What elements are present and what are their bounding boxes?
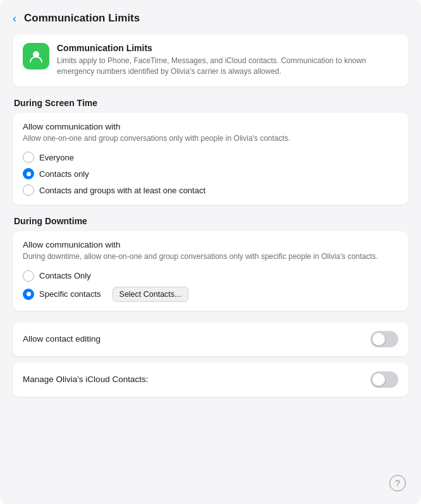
- radio-circle-contacts-groups: [23, 184, 34, 196]
- downtime-card: Allow communication with During downtime…: [13, 231, 408, 310]
- screen-time-allow-desc: Allow one-on-one and group conversations…: [23, 133, 398, 144]
- screen-time-heading: During Screen Time: [13, 98, 408, 108]
- radio-label-contacts-only-downtime: Contacts Only: [39, 271, 91, 280]
- radio-item-contacts-only[interactable]: Contacts only: [23, 168, 398, 179]
- downtime-heading: During Downtime: [13, 216, 408, 226]
- manage-icloud-contacts-label: Manage Olivia's iCloud Contacts:: [23, 375, 148, 384]
- info-text: Communication Limits Limits apply to Pho…: [57, 43, 398, 78]
- info-card: Communication Limits Limits apply to Pho…: [13, 34, 408, 87]
- downtime-allow-title: Allow communication with: [23, 240, 398, 249]
- radio-circle-contacts-only-downtime: [23, 270, 34, 282]
- radio-label-contacts-only: Contacts only: [39, 169, 89, 179]
- help-button[interactable]: ?: [389, 475, 406, 491]
- manage-icloud-contacts-row: Manage Olivia's iCloud Contacts:: [13, 363, 408, 397]
- downtime-radio-group: Contacts Only Specific contacts Select C…: [23, 270, 398, 302]
- communication-limits-icon: [28, 48, 44, 64]
- radio-label-specific-contacts: Specific contacts: [39, 289, 101, 299]
- page: ‹ Communication Limits Communication Lim…: [0, 0, 421, 504]
- help-button-container: ?: [13, 475, 408, 491]
- back-chevron-icon: ‹: [13, 13, 16, 24]
- header: ‹ Communication Limits: [0, 0, 421, 32]
- radio-label-contacts-groups: Contacts and groups with at least one co…: [39, 186, 205, 195]
- info-card-title: Communication Limits: [57, 43, 398, 53]
- radio-circle-everyone: [23, 152, 34, 163]
- back-button[interactable]: ‹: [10, 11, 19, 25]
- info-card-description: Limits apply to Phone, FaceTime, Message…: [57, 56, 398, 78]
- radio-item-contacts-groups[interactable]: Contacts and groups with at least one co…: [23, 184, 398, 196]
- manage-icloud-contacts-toggle[interactable]: [370, 371, 398, 388]
- allow-contact-editing-toggle[interactable]: [370, 331, 398, 347]
- app-icon: [23, 43, 49, 69]
- radio-item-everyone[interactable]: Everyone: [23, 152, 398, 163]
- radio-item-specific-contacts[interactable]: Specific contacts Select Contacts...: [23, 287, 398, 302]
- radio-label-everyone: Everyone: [39, 153, 74, 162]
- select-contacts-button[interactable]: Select Contacts...: [113, 287, 188, 302]
- radio-item-contacts-only-downtime[interactable]: Contacts Only: [23, 270, 398, 282]
- radio-circle-specific-contacts: [23, 289, 34, 300]
- allow-contact-editing-row: Allow contact editing: [13, 322, 408, 356]
- screen-time-radio-group: Everyone Contacts only Contacts and grou…: [23, 152, 398, 196]
- page-title: Communication Limits: [24, 12, 140, 25]
- downtime-allow-desc: During downtime, allow one-on-one and gr…: [23, 251, 398, 262]
- allow-contact-editing-label: Allow contact editing: [23, 334, 101, 344]
- screen-time-allow-title: Allow communication with: [23, 122, 398, 131]
- screen-time-card: Allow communication with Allow one-on-on…: [13, 113, 408, 205]
- content-area: Communication Limits Limits apply to Pho…: [0, 32, 421, 504]
- radio-circle-contacts-only: [23, 168, 34, 179]
